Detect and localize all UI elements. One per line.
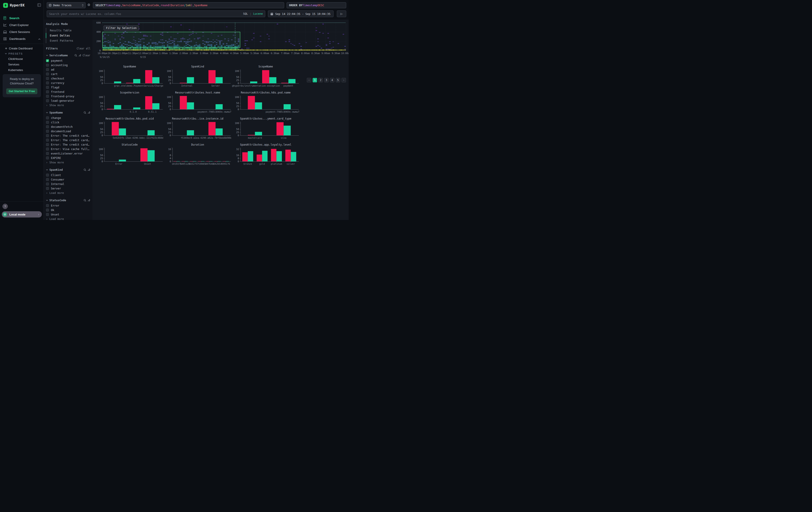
bar-baseline[interactable] xyxy=(255,132,262,135)
bar-selected[interactable] xyxy=(145,70,152,83)
bar-selected[interactable] xyxy=(285,150,291,161)
checkbox-unchecked[interactable] xyxy=(46,213,49,216)
pin-icon[interactable] xyxy=(79,54,81,57)
filter-option[interactable]: Client xyxy=(46,173,90,177)
bar-baseline[interactable] xyxy=(187,130,194,135)
bar-baseline[interactable] xyxy=(216,129,223,135)
pagination-page-5[interactable]: 5 xyxy=(336,78,340,82)
analysis-mode-results-table[interactable]: Results Table xyxy=(46,28,90,33)
search-input[interactable] xyxy=(49,12,241,16)
bar-baseline[interactable] xyxy=(148,150,155,161)
checkbox-unchecked[interactable] xyxy=(46,183,49,185)
checkbox-unchecked[interactable] xyxy=(46,68,49,71)
bar-selected[interactable] xyxy=(126,83,133,83)
filter-option[interactable]: change xyxy=(46,115,90,120)
checkbox-unchecked[interactable] xyxy=(46,99,49,102)
filter-option[interactable]: Error: The credit card (… xyxy=(46,142,90,147)
bar-baseline[interactable] xyxy=(284,104,291,109)
pagination-page-3[interactable]: 3 xyxy=(324,78,329,82)
filter-option[interactable]: Ok xyxy=(46,208,90,212)
bar-baseline[interactable] xyxy=(133,108,140,109)
filter-option[interactable]: documentLoad xyxy=(46,129,90,133)
checkbox-unchecked[interactable] xyxy=(46,143,49,146)
sidebar-item-dashboards[interactable]: Dashboards xyxy=(0,35,44,42)
filter-option[interactable]: accounting xyxy=(46,63,90,67)
bar-baseline[interactable] xyxy=(269,77,277,83)
bar-selected[interactable] xyxy=(107,109,114,109)
bar-selected[interactable] xyxy=(145,96,152,109)
filter-option[interactable]: Internal xyxy=(46,182,90,186)
bar-baseline[interactable] xyxy=(288,79,295,83)
pagination-prev-button[interactable]: ‹ xyxy=(307,78,311,82)
search-icon[interactable] xyxy=(84,111,86,114)
filter-option[interactable]: payment xyxy=(46,58,90,63)
bar-baseline[interactable] xyxy=(133,79,140,83)
sidebar-preset-clickhouse[interactable]: ClickHouse xyxy=(0,56,44,62)
checkbox-unchecked[interactable] xyxy=(46,116,49,119)
bar-baseline[interactable] xyxy=(291,152,296,161)
pin-icon[interactable] xyxy=(88,111,90,114)
checkbox-unchecked[interactable] xyxy=(46,64,49,66)
filter-option[interactable]: cart xyxy=(46,72,90,76)
filter-option[interactable]: ad xyxy=(46,67,90,72)
order-by-input[interactable]: ORDER BY Timestamp DESC xyxy=(287,2,346,8)
bar-selected[interactable] xyxy=(271,149,277,161)
checkbox-unchecked[interactable] xyxy=(46,125,49,128)
sql-select-input[interactable]: SELECT Timestamp, ServiceName, StatusCod… xyxy=(93,2,284,8)
bar-baseline[interactable] xyxy=(148,130,155,135)
local-mode-menu[interactable]: U Local mode › xyxy=(2,211,42,217)
filter-option[interactable]: documentFetch xyxy=(46,125,90,129)
bar-baseline[interactable] xyxy=(114,81,121,83)
search-icon[interactable] xyxy=(84,168,86,171)
checkbox-unchecked[interactable] xyxy=(46,130,49,133)
lang-toggle-lucene[interactable]: Lucene xyxy=(253,12,263,16)
filter-option[interactable]: frontend-proxy xyxy=(46,94,90,99)
checkbox-unchecked[interactable] xyxy=(46,121,49,124)
bar-baseline[interactable] xyxy=(284,126,291,135)
checkbox-unchecked[interactable] xyxy=(46,152,49,155)
filter-by-selection-button[interactable]: Filter by Selection xyxy=(104,26,139,30)
checkbox-unchecked[interactable] xyxy=(46,81,49,84)
load-more-button[interactable]: ›Load more xyxy=(46,217,90,220)
pagination-page-1[interactable]: 1 xyxy=(313,78,317,82)
checkbox-unchecked[interactable] xyxy=(46,157,49,159)
bar-selected[interactable] xyxy=(180,96,187,109)
chevron-down-icon[interactable] xyxy=(46,112,48,113)
show-more-button[interactable]: ›Show more xyxy=(46,103,90,108)
bar-baseline[interactable] xyxy=(262,151,268,161)
checkbox-unchecked[interactable] xyxy=(46,86,49,89)
get-started-button[interactable]: Get Started for Free xyxy=(6,88,37,94)
presets-toggle[interactable]: PRESETS xyxy=(0,51,44,56)
clear-all-button[interactable]: Clear all xyxy=(77,47,90,50)
selection-brush[interactable] xyxy=(103,32,240,48)
bar-baseline[interactable] xyxy=(277,151,282,161)
chevron-down-icon[interactable] xyxy=(46,169,48,170)
clear-group-button[interactable]: Clear xyxy=(83,54,90,57)
checkbox-unchecked[interactable] xyxy=(46,204,49,207)
sidebar-item-client-sessions[interactable]: Client Sessions xyxy=(0,28,44,35)
filter-option[interactable]: load-generator xyxy=(46,99,90,103)
bar-baseline[interactable] xyxy=(255,102,262,109)
checkbox-unchecked[interactable] xyxy=(46,147,49,151)
bar-baseline[interactable] xyxy=(114,105,121,109)
checkbox-unchecked[interactable] xyxy=(46,73,49,76)
checkbox-unchecked[interactable] xyxy=(46,95,49,98)
source-select[interactable]: Demo Traces xyxy=(47,2,86,8)
search-icon[interactable] xyxy=(75,54,77,57)
bar-baseline[interactable] xyxy=(216,104,223,109)
sidebar-preset-kubernetes[interactable]: Kubernetes xyxy=(0,67,44,73)
pin-icon[interactable] xyxy=(88,199,90,202)
sidebar-preset-services[interactable]: Services xyxy=(0,62,44,67)
filter-option[interactable]: Server xyxy=(46,186,90,191)
filter-option[interactable]: checkout xyxy=(46,76,90,81)
pagination-page-4[interactable]: 4 xyxy=(330,78,335,82)
bar-selected[interactable] xyxy=(262,70,269,83)
bar-selected[interactable] xyxy=(242,152,248,161)
bar-baseline[interactable] xyxy=(119,160,126,161)
chevron-down-icon[interactable] xyxy=(46,200,48,201)
bar-baseline[interactable] xyxy=(187,102,194,109)
bar-selected[interactable] xyxy=(281,83,288,83)
collapse-sidebar-icon[interactable] xyxy=(37,3,41,7)
filter-option[interactable]: Error: The credit card (… xyxy=(46,133,90,138)
help-button[interactable]: ? xyxy=(2,204,8,209)
